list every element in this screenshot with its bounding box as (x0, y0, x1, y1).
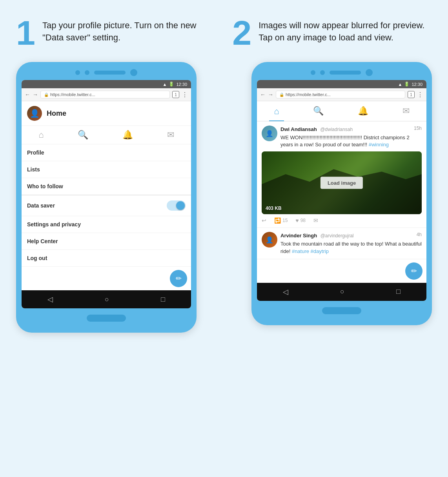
tweet-2-content: Arvinder Singh @arvindergujral 4h Took t… (280, 232, 422, 255)
tweet-1-handle: @dwiadriansah (320, 127, 353, 132)
phone-2-notifications-nav-icon[interactable]: 🔔 (353, 104, 373, 118)
tweet-1-image-size: 403 KB (266, 206, 282, 211)
tweet-2-name: Arvinder Singh (280, 233, 317, 238)
tweet-1-time: 15h (414, 126, 422, 131)
tweet-1-content: Dwi Andiansah @dwiadriansah 15h WE WON!!… (280, 126, 422, 148)
tweet-1-retweet-count: 15 (282, 218, 288, 223)
phone-2-status-bar: ▲ 🔋 12:30 (257, 80, 426, 88)
phone-1-menu-profile[interactable]: Profile (22, 144, 191, 161)
phone-1-search-icon[interactable]: 🔍 (78, 130, 88, 140)
phone-2-time: 12:30 (412, 82, 423, 87)
phone-1-compose-fab[interactable]: ✏ (170, 270, 187, 287)
tweet-1-like-btn[interactable]: ♥ 98 (295, 217, 306, 224)
tweet-2-text: Took the mountain road all the way to th… (280, 240, 422, 255)
phone-1-recent-android[interactable]: □ (161, 295, 165, 304)
phone-1-tab-badge[interactable]: 1 (172, 91, 179, 98)
tweet-1-text: WE WON!!!!!!!!!!!!!!!!!!!!!!!!!!!!!!!!!!… (280, 134, 422, 148)
tweet-1-retweet-btn[interactable]: 🔁 15 (274, 217, 288, 224)
phone-2-search-nav-icon[interactable]: 🔍 (308, 104, 328, 118)
phone-1-menu-who-to-follow[interactable]: Who to follow (22, 178, 191, 195)
phone-1-avatar-img: 👤 (27, 106, 42, 121)
phone-1-menu-settings[interactable]: Settings and privacy (22, 216, 191, 233)
instruction-block-2: 2 Images will now appear blurred for pre… (232, 16, 432, 50)
phone-2: ▲ 🔋 12:30 ← → 🔒 https://mobile.twitter.c… (251, 62, 432, 325)
phone-2-top-bar (257, 69, 426, 76)
phone-2-home-android[interactable]: ○ (340, 288, 344, 296)
tweet-1-image-container[interactable]: Load image 403 KB (262, 151, 422, 214)
phone-2-compose-fab[interactable]: ✏ (405, 262, 423, 280)
tweet-1-name: Dwi Andiansah (280, 126, 317, 132)
phone-1-avatar[interactable]: 👤 (27, 106, 42, 121)
phone-2-lock-icon: 🔒 (279, 93, 284, 97)
tweet-1-meta: Dwi Andiansah @dwiadriansah 15h (280, 126, 422, 133)
phone-1-menu-lists[interactable]: Lists (22, 161, 191, 178)
phone-2-home-nav-icon[interactable]: ⌂ (269, 105, 284, 121)
phone-2-speaker (330, 71, 361, 75)
phone-1-browser-menu[interactable]: ⋮ (182, 91, 188, 98)
phone-1-notifications-icon[interactable]: 🔔 (122, 130, 133, 140)
phone-2-messages-nav-icon[interactable]: ✉ (398, 104, 414, 118)
phone-2-url-bar[interactable]: 🔒 https://mobile.twitter.c... (276, 91, 405, 98)
tweet-2-hashtag[interactable]: #nature #daytrip (292, 248, 329, 254)
phone-1-home-icon[interactable]: ⌂ (38, 130, 44, 140)
phone-1-home-title: Home (47, 109, 66, 118)
phone-2-home-button (322, 307, 361, 314)
phone-1-compose-icon: ✏ (176, 274, 182, 283)
phone-1-menu-help[interactable]: Help Center (22, 233, 191, 250)
phone-2-screen: ▲ 🔋 12:30 ← → 🔒 https://mobile.twitter.c… (257, 80, 426, 301)
phone-2-tab-badge[interactable]: 1 (408, 91, 415, 98)
tweet-1-hashtag[interactable]: #winning (369, 142, 389, 147)
tweet-2-handle: @arvindergujral (321, 233, 354, 238)
tweet-2-avatar[interactable]: 👤 (262, 232, 277, 248)
tweet-2-time: 4h (417, 232, 422, 237)
phone-1-status-bar: ▲ 🔋 12:30 (22, 80, 191, 88)
tweet-1-share-btn[interactable]: ✉ (313, 217, 318, 224)
tweet-1-actions: ↩ 🔁 15 ♥ 98 ✉ (262, 217, 422, 224)
phone-1-data-saver-label: Data saver (27, 202, 55, 209)
tweet-2-header: 👤 Arvinder Singh @arvindergujral 4h Took… (262, 232, 422, 255)
tweet-1-avatar-img: 👤 (262, 126, 277, 141)
phone-1-screen: ▲ 🔋 12:30 ← → 🔒 https://mobile.twitter.c… (22, 80, 191, 308)
phone-1-home-header: 👤 Home (22, 101, 191, 126)
instruction-block-1: 1 Tap your profile picture. Turn on the … (16, 16, 216, 50)
phone-1-url-bar[interactable]: 🔒 https://mobile.twitter.c... (40, 91, 170, 98)
phone-2-recent-android[interactable]: □ (396, 288, 401, 296)
phone-1-data-saver-toggle[interactable] (167, 200, 186, 211)
instructions-row: 1 Tap your profile picture. Turn on the … (16, 16, 432, 50)
tweet-1-like-count: 98 (300, 218, 306, 223)
phone-1-home-android[interactable]: ○ (105, 295, 109, 304)
tweet-2: 👤 Arvinder Singh @arvindergujral 4h Took… (257, 228, 426, 259)
phone-2-back-btn[interactable]: ← (260, 91, 266, 98)
phone-1-forward-btn[interactable]: → (33, 91, 38, 98)
phone-1-menu-logout[interactable]: Log out (22, 250, 191, 267)
phone-2-forward-btn[interactable]: → (268, 91, 273, 98)
phone-1: ▲ 🔋 12:30 ← → 🔒 https://mobile.twitter.c… (16, 62, 197, 333)
tweet-1-reply-btn[interactable]: ↩ (262, 217, 266, 224)
phone-2-battery: 🔋 (404, 82, 410, 87)
phone-1-messages-icon[interactable]: ✉ (167, 130, 174, 140)
phone-1-back-btn[interactable]: ← (25, 91, 30, 98)
tweet-1-avatar[interactable]: 👤 (262, 126, 277, 141)
phones-row: ▲ 🔋 12:30 ← → 🔒 https://mobile.twitter.c… (16, 62, 432, 333)
phone-2-signal: ▲ (398, 82, 402, 87)
step-2-number: 2 (232, 16, 251, 50)
tweet-2-meta: Arvinder Singh @arvindergujral 4h (280, 232, 422, 239)
phone-1-back-android[interactable]: ◁ (47, 295, 53, 304)
phone-1-battery: 🔋 (169, 82, 174, 87)
tweet-2-avatar-img: 👤 (262, 232, 277, 248)
phone-2-browser-menu[interactable]: ⋮ (417, 91, 423, 98)
phone-1-data-saver-row: Data saver (22, 195, 191, 216)
phone-1-toggle-knob (176, 201, 185, 210)
phone-2-dot-2 (320, 70, 325, 75)
phone-1-dot-2 (85, 70, 89, 75)
phone-2-android-nav: ◁ ○ □ (257, 283, 426, 301)
phone-2-back-android[interactable]: ◁ (283, 288, 288, 296)
step-1-text: Tap your profile picture. Turn on the ne… (42, 16, 216, 44)
tweet-1-like-icon: ♥ (295, 217, 299, 224)
phone-2-url-text: https://mobile.twitter.c... (286, 92, 331, 97)
load-image-button[interactable]: Load image (321, 177, 363, 189)
phone-1-top-bar (22, 69, 191, 76)
tweet-1-retweet-icon: 🔁 (274, 217, 281, 224)
tweet-1-name-row: Dwi Andiansah @dwiadriansah (280, 126, 353, 133)
phone-1-browser-bar: ← → 🔒 https://mobile.twitter.c... 1 ⋮ (22, 88, 191, 101)
